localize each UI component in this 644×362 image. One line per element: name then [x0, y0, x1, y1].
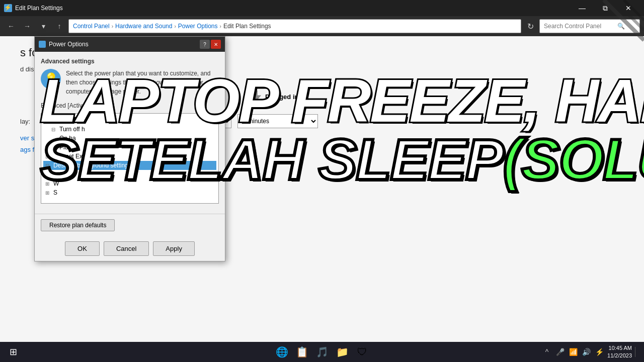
power-options-tree[interactable]: ⊟ Hard disk ⊟ Turn off h On ba Plugg ⊞ I…	[41, 113, 219, 204]
tree-item-plugged[interactable]: Plugg	[43, 143, 216, 152]
dialog-title-buttons: ? ✕	[200, 40, 221, 49]
tree-toggle-slideshow[interactable]: ⊟	[51, 172, 57, 177]
show-desktop-button[interactable]	[635, 347, 640, 357]
tree-toggle-s[interactable]: ⊞	[45, 190, 51, 196]
breadcrumb-hardware-sound[interactable]: Hardware and Sound	[115, 23, 172, 30]
tree-item-slideshow[interactable]: ⊟ Sli	[43, 170, 216, 179]
dialog-action-buttons: OK Cancel Apply	[35, 236, 225, 261]
minimize-button[interactable]: —	[571, 0, 594, 16]
wifi-icon[interactable]: 📶	[568, 347, 578, 357]
tree-label-w: W	[53, 180, 59, 187]
tree-label-harddisk: Hard disk	[53, 117, 79, 124]
up-button[interactable]: ↑	[52, 19, 66, 33]
search-input[interactable]	[544, 23, 614, 30]
power-options-dialog: Power Options ? ✕ Advanced settings 💡 Se…	[34, 36, 225, 261]
tree-label-s: S	[53, 189, 57, 196]
dialog-desc-icon: 💡	[41, 69, 61, 89]
clock[interactable]: 10:45 AM 11/2/2023	[607, 344, 632, 360]
breadcrumb-current: Edit Plan Settings	[223, 23, 271, 30]
close-button[interactable]: ✕	[617, 0, 640, 16]
volume-icon[interactable]: 🔊	[581, 347, 591, 357]
tree-label-plugged: Plugg	[59, 144, 75, 151]
title-bar: ⚡ Edit Plan Settings — ⧉ ✕	[0, 0, 644, 16]
breadcrumb: Control Panel › Hardware and Sound › Pow…	[68, 19, 521, 33]
pluggedin-label: Plugged in	[265, 93, 298, 101]
main-window: ⚡ Edit Plan Settings — ⧉ ✕ ← → ▾ ↑ Contr…	[0, 0, 644, 362]
address-bar: ← → ▾ ↑ Control Panel › Hardware and Sou…	[0, 16, 644, 36]
tree-label-onbattery: On ba	[59, 135, 76, 142]
dialog-title-bar: Power Options ? ✕	[35, 37, 225, 52]
tree-item-turnoff[interactable]: ⊟ Turn off h	[43, 125, 216, 134]
battery-taskbar-icon[interactable]: ⚡	[594, 347, 604, 357]
tree-toggle-turnoff[interactable]: ⊟	[51, 127, 57, 132]
microphone-icon[interactable]: 🎤	[555, 347, 565, 357]
start-button[interactable]: ⊞	[4, 343, 22, 361]
tree-item-ie[interactable]: ⊞ Internet Explorer	[43, 152, 216, 161]
search-icon: 🔍	[617, 23, 625, 30]
tree-label-slideshow: Sli	[59, 171, 66, 178]
tree-label-desktop-bg: Desktop background settings	[53, 162, 131, 169]
dialog-plan-label: Balanced [Active]	[41, 102, 219, 109]
search-box[interactable]: 🔍	[539, 19, 640, 33]
dialog-section-label: Advanced settings	[41, 58, 219, 65]
window-icon: ⚡	[4, 4, 12, 12]
dialog-title: Power Options	[49, 41, 197, 48]
dialog-content: Advanced settings 💡 Select the power pla…	[35, 52, 225, 210]
dialog-help-button[interactable]: ?	[200, 40, 210, 49]
dialog-description: 💡 Select the power plan that you want to…	[41, 69, 219, 96]
maximize-button[interactable]: ⧉	[594, 0, 617, 16]
taskbar-notes-icon[interactable]: 📋	[293, 343, 311, 361]
title-bar-controls: — ⧉ ✕	[571, 0, 640, 16]
taskbar-system-tray: ^ 🎤 📶 🔊 ⚡ 10:45 AM 11/2/2023	[542, 344, 640, 360]
pluggedin-column-header: Plugged in	[249, 85, 298, 108]
dialog-footer: Restore plan defaults	[35, 214, 225, 236]
system-tray-expand[interactable]: ^	[542, 347, 552, 357]
taskbar-chrome-icon[interactable]: 🌐	[273, 343, 291, 361]
tree-label-ie: Internet Explorer	[53, 153, 98, 160]
refresh-button[interactable]: ↻	[523, 19, 537, 33]
breadcrumb-control-panel[interactable]: Control Panel	[73, 23, 110, 30]
tree-toggle-desktop-bg[interactable]: ⊟	[45, 163, 51, 168]
taskbar-shield-icon[interactable]: 🛡	[353, 343, 371, 361]
tree-item-harddisk[interactable]: ⊟ Hard disk	[43, 116, 216, 125]
taskbar-music-icon[interactable]: 🎵	[313, 343, 331, 361]
restore-plan-defaults-button[interactable]: Restore plan defaults	[41, 219, 115, 231]
tree-toggle-ie[interactable]: ⊞	[45, 154, 51, 159]
dropdown-button[interactable]: ▾	[36, 19, 50, 33]
pluggedin-display-select[interactable]: 5 minutes 3 minutes 10 minutes 15 minute…	[237, 114, 318, 128]
ok-button[interactable]: OK	[65, 241, 100, 256]
taskbar: ⊞ 🌐 📋 🎵 📁 🛡 ^ 🎤 📶 🔊 ⚡ 10:45 AM 11/2/2023	[0, 342, 644, 362]
tree-item-w[interactable]: ⊞ W	[43, 179, 216, 188]
dialog-icon	[39, 41, 46, 48]
breadcrumb-power-options[interactable]: Power Options	[178, 23, 218, 30]
dialog-desc-text: Select the power plan that you want to c…	[66, 69, 219, 96]
tree-toggle-harddisk[interactable]: ⊟	[45, 118, 51, 123]
clock-date: 11/2/2023	[607, 352, 632, 359]
tree-item-onbattery[interactable]: On ba	[43, 134, 216, 143]
tree-item-s[interactable]: ⊞ S	[43, 188, 216, 197]
window-title: Edit Plan Settings	[15, 5, 571, 12]
tree-item-desktop-bg[interactable]: ⊟ Desktop background settings	[43, 161, 216, 170]
forward-button[interactable]: →	[20, 19, 34, 33]
apply-button[interactable]: Apply	[153, 241, 195, 256]
tree-toggle-w[interactable]: ⊞	[45, 181, 51, 187]
dialog-close-button[interactable]: ✕	[211, 40, 221, 49]
clock-time: 10:45 AM	[607, 344, 632, 352]
taskbar-files-icon[interactable]: 📁	[333, 343, 351, 361]
back-button[interactable]: ←	[4, 19, 18, 33]
tree-label-turnoff: Turn off h	[59, 126, 85, 133]
cancel-button[interactable]: Cancel	[104, 241, 149, 256]
taskbar-app-icons: 🌐 📋 🎵 📁 🛡	[273, 343, 371, 361]
